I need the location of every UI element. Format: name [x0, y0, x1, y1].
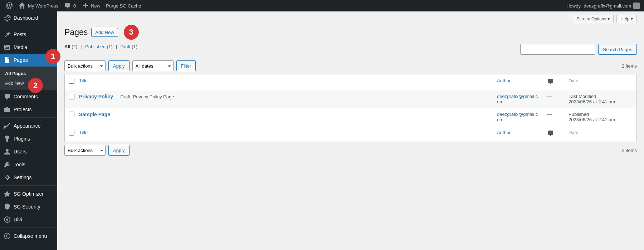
sidebar-label: Media — [14, 44, 27, 50]
row-date-value: 2023/06/26 at 2:41 pm — [569, 117, 633, 122]
sidebar-item-dashboard[interactable]: Dashboard — [0, 11, 57, 24]
site-name-label: My WordPress — [28, 3, 58, 9]
comment-bubble-icon — [547, 78, 554, 85]
row-title-link[interactable]: Sample Page — [79, 112, 110, 117]
sidebar-label: Dashboard — [14, 15, 38, 21]
sidebar-label: Settings — [14, 175, 32, 180]
row-date-value: 2023/06/26 at 2:41 pm — [569, 99, 633, 104]
sidebar-item-plugins[interactable]: Plugins — [0, 132, 57, 145]
sidebar-label: Pages — [14, 57, 28, 63]
column-author-footer: Author — [493, 126, 543, 142]
settings-icon — [4, 174, 11, 181]
add-new-button[interactable]: Add New — [91, 28, 118, 37]
row-checkbox[interactable] — [69, 112, 74, 117]
collapse-icon — [4, 232, 11, 240]
sidebar-submenu-pages: All Pages Add New — [0, 67, 57, 90]
bulk-actions-select-bottom[interactable]: Bulk actions — [64, 145, 106, 156]
plugins-icon — [4, 135, 11, 142]
sidebar-item-posts[interactable]: Posts — [0, 28, 57, 41]
sidebar-label: Posts — [14, 31, 26, 37]
filter-published[interactable]: Published (1) — [85, 44, 113, 49]
sidebar-label: Projects — [14, 107, 32, 112]
column-title-footer[interactable]: Title — [75, 126, 493, 142]
filter-all[interactable]: All (2) — [64, 44, 77, 49]
sidebar-label: Collapse menu — [14, 233, 47, 239]
media-icon — [4, 44, 11, 51]
sidebar-item-media[interactable]: Media — [0, 41, 57, 54]
howdy-prefix: Howdy, — [566, 3, 581, 9]
plus-icon — [82, 2, 89, 9]
home-icon — [19, 2, 26, 9]
select-all-checkbox[interactable] — [69, 78, 74, 84]
comments-icon — [4, 93, 11, 100]
sidebar-subitem-all-pages[interactable]: All Pages — [0, 69, 57, 78]
search-input[interactable] — [520, 44, 595, 55]
column-comments-header[interactable] — [543, 74, 565, 90]
sidebar-label: Comments — [14, 94, 38, 99]
date-filter-select[interactable]: All dates — [132, 60, 174, 71]
sidebar-item-divi[interactable]: Divi — [0, 213, 57, 226]
select-all-checkbox-bottom[interactable] — [69, 130, 74, 136]
row-author-link[interactable]: deezgrafix@gmail.com — [497, 94, 538, 104]
sidebar-item-comments[interactable]: Comments — [0, 90, 57, 103]
sidebar-item-settings[interactable]: Settings — [0, 171, 57, 184]
column-date-header[interactable]: Date — [565, 74, 636, 90]
sidebar-item-projects[interactable]: Projects — [0, 103, 57, 116]
my-account-link[interactable]: Howdy, deezgrafix@gmail.com — [564, 0, 641, 11]
site-name-link[interactable]: My WordPress — [16, 0, 61, 11]
new-content-link[interactable]: New — [79, 0, 103, 11]
sidebar-label: Appearance — [14, 123, 41, 129]
annotation-bubble-3: 3 — [124, 25, 139, 40]
screen-options-button[interactable]: Screen Options ▾ — [573, 15, 614, 23]
sidebar-label: Plugins — [14, 136, 30, 142]
sidebar-item-tools[interactable]: Tools — [0, 158, 57, 171]
comments-link[interactable]: 0 — [61, 0, 79, 11]
tools-icon — [4, 161, 11, 168]
filter-button[interactable]: Filter — [176, 60, 196, 71]
help-button[interactable]: Help ▾ — [616, 15, 637, 23]
new-label: New — [91, 3, 100, 9]
sidebar-item-users[interactable]: Users — [0, 145, 57, 158]
comment-bubble-icon — [547, 130, 554, 137]
search-button[interactable]: Search Pages — [598, 44, 637, 55]
row-comments: — — [547, 94, 552, 99]
caret-down-icon: ▾ — [631, 16, 633, 21]
wordpress-icon — [6, 2, 13, 9]
table-row: Sample Page deezgrafix@gmail.com — Publi… — [65, 108, 636, 126]
status-filters: All (2) | Published (1) | Draft (1) — [64, 44, 520, 49]
portfolio-icon — [4, 106, 11, 113]
row-author-link[interactable]: deezgrafix@gmail.com — [497, 112, 538, 122]
filter-draft[interactable]: Draft (1) — [120, 44, 137, 49]
bulk-actions-select[interactable]: Bulk actions — [64, 60, 106, 71]
admin-sidebar: 1 2 Dashboard Posts Media Pages All Page… — [0, 11, 57, 250]
sidebar-item-pages[interactable]: Pages — [0, 54, 57, 67]
row-title-link[interactable]: Privacy Policy — [79, 94, 113, 99]
rocket-icon — [4, 190, 11, 197]
sidebar-label: SG Optimizer — [14, 191, 44, 197]
purge-cache-link[interactable]: Purge SG Cache — [103, 0, 144, 11]
column-date-footer[interactable]: Date — [565, 126, 636, 142]
page-title: Pages — [64, 28, 88, 37]
table-row: Privacy Policy — Draft, Privacy Policy P… — [65, 90, 636, 108]
row-date-status: Published — [569, 112, 633, 117]
pages-table: Title Author Date Privacy Policy — Draft… — [64, 74, 637, 142]
sidebar-subitem-add-new[interactable]: Add New — [0, 78, 57, 88]
sidebar-item-appearance[interactable]: Appearance — [0, 119, 57, 132]
row-title-suffix: — Draft, Privacy Policy Page — [113, 94, 174, 99]
bulk-apply-button[interactable]: Apply — [108, 60, 130, 71]
sidebar-item-sg-optimizer[interactable]: SG Optimizer — [0, 187, 57, 200]
row-comments: — — [547, 112, 552, 117]
bulk-apply-button-bottom[interactable]: Apply — [108, 145, 130, 156]
column-comments-footer[interactable] — [543, 126, 565, 142]
shield-icon — [4, 203, 11, 210]
items-count-bottom: 2 items — [622, 148, 637, 153]
wp-logo-menu[interactable] — [3, 0, 16, 11]
sidebar-collapse[interactable]: Collapse menu — [0, 230, 57, 242]
sidebar-label: Divi — [14, 217, 22, 222]
column-title-header[interactable]: Title — [75, 74, 493, 90]
main-content: Screen Options ▾ Help ▾ Pages Add New 3 … — [57, 11, 644, 250]
purge-label: Purge SG Cache — [106, 3, 141, 9]
row-checkbox[interactable] — [69, 94, 74, 99]
sidebar-item-sg-security[interactable]: SG Security — [0, 200, 57, 213]
svg-point-2 — [4, 233, 10, 239]
